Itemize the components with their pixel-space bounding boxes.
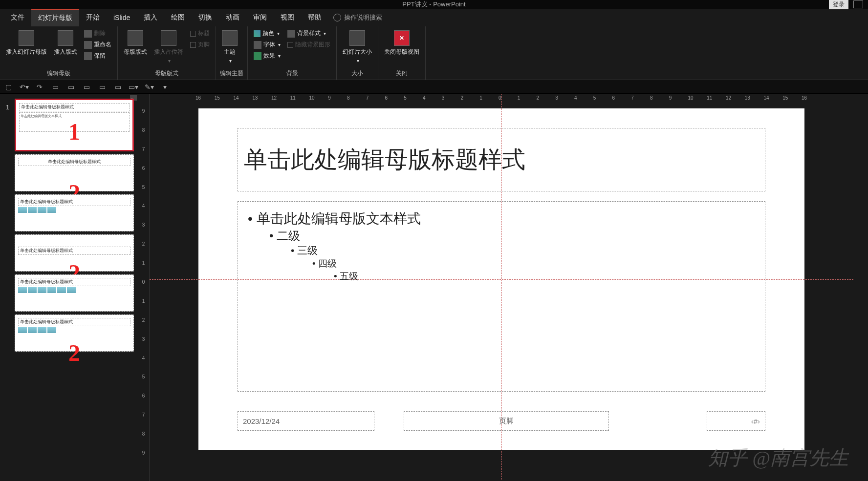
qat-icon-7[interactable]: ▭ bbox=[98, 83, 107, 91]
preserve-icon bbox=[84, 52, 92, 60]
insert-placeholder-label: 插入占位符 bbox=[154, 48, 183, 56]
thumb-title: 单击此处编辑母版标题样式 bbox=[18, 278, 130, 286]
menu-transitions[interactable]: 切换 bbox=[192, 9, 219, 26]
fonts-button[interactable]: 字体▾ bbox=[252, 40, 282, 50]
delete-button: 删除 bbox=[82, 28, 113, 39]
effects-button[interactable]: 效果▾ bbox=[252, 51, 282, 61]
insert-layout-button[interactable]: 插入版式 bbox=[52, 28, 79, 58]
rename-button[interactable]: 重命名 bbox=[82, 40, 113, 50]
ribbon-group-edit-master: 插入幻灯片母版 插入版式 删除 重命名 保留 编辑母版 bbox=[0, 26, 118, 80]
slide-editor[interactable]: 1615141312111098765432101234567891011121… bbox=[150, 94, 868, 481]
chevron-down-icon: ▾ bbox=[278, 53, 281, 59]
title-cb-label: 标题 bbox=[198, 29, 210, 38]
checkbox-icon bbox=[190, 31, 196, 37]
body-placeholder[interactable]: 单击此处编辑母版文本样式 二级 三级 四级 五级 bbox=[238, 201, 765, 392]
slide-size-button[interactable]: 幻灯片大小 ▾ bbox=[341, 28, 374, 65]
qat-icon-5[interactable]: ▭ bbox=[66, 83, 75, 91]
insert-layout-label: 插入版式 bbox=[54, 48, 77, 56]
master-thumbnail[interactable]: 1 单击此处编辑母版标题样式 单击此处编辑母版文本样式 1 bbox=[4, 99, 134, 151]
insert-placeholder-button[interactable]: 插入占位符 ▾ bbox=[152, 28, 185, 65]
quick-access-toolbar: ▢ ↶▾ ↷ ▭ ▭ ▭ ▭ ▭ ▭▾ ✎▾ ▾ bbox=[0, 80, 868, 94]
body-level-2: 二级 bbox=[269, 228, 755, 244]
ribbon: 插入幻灯片母版 插入版式 删除 重命名 保留 编辑母版 母版版式 插入占位符 bbox=[0, 26, 868, 80]
layout-thumbnail[interactable]: 单击此处编辑母版标题样式 2 bbox=[15, 234, 134, 272]
ribbon-group-background: 颜色▾ 字体▾ 效果▾ 背景样式▾ 隐藏背景图形 背景 bbox=[248, 26, 337, 80]
body-level-3: 三级 bbox=[291, 244, 755, 257]
footers-cb-label: 页脚 bbox=[198, 41, 210, 49]
body-level-1: 单击此处编辑母版文本样式 bbox=[248, 209, 755, 228]
body-level-5: 五级 bbox=[334, 270, 755, 283]
master-layout-icon bbox=[128, 30, 143, 46]
layout-thumbnail[interactable]: 单击此处编辑母版标题样式 2 bbox=[15, 314, 134, 352]
save-icon[interactable]: ▢ bbox=[4, 83, 13, 91]
rename-icon bbox=[84, 41, 92, 49]
thumbnail-panel[interactable]: ▴ 1 单击此处编辑母版标题样式 单击此处编辑母版文本样式 1 单击此处编辑母版… bbox=[0, 94, 138, 481]
layout-icon bbox=[58, 30, 73, 46]
qat-customize-icon[interactable]: ▾ bbox=[160, 83, 169, 91]
close-master-view-button[interactable]: ✕ 关闭母版视图 bbox=[382, 28, 421, 58]
ribbon-group-edit-theme: 主题 ▾ 编辑主题 bbox=[216, 26, 248, 80]
undo-icon[interactable]: ↶▾ bbox=[20, 83, 28, 91]
menu-file[interactable]: 文件 bbox=[4, 9, 31, 26]
date-placeholder[interactable]: 2023/12/24 bbox=[238, 411, 374, 431]
main-area: ▴ 1 单击此处编辑母版标题样式 单击此处编辑母版文本样式 1 单击此处编辑母版… bbox=[0, 94, 868, 481]
tell-me-search[interactable]: 操作说明搜索 bbox=[333, 13, 382, 22]
ribbon-group-size: 幻灯片大小 ▾ 大小 bbox=[337, 26, 378, 80]
bulb-icon bbox=[333, 14, 341, 21]
menu-review[interactable]: 审阅 bbox=[246, 9, 274, 26]
date-text: 2023/12/24 bbox=[243, 417, 280, 425]
layout-thumbnail[interactable]: 单击此处编辑母版标题样式 bbox=[15, 194, 134, 231]
login-button[interactable]: 登录 bbox=[829, 0, 848, 9]
menu-insert[interactable]: 插入 bbox=[137, 9, 164, 26]
qat-icon-8[interactable]: ▭ bbox=[113, 83, 122, 91]
preserve-button[interactable]: 保留 bbox=[82, 51, 113, 61]
menu-help[interactable]: 帮助 bbox=[301, 9, 328, 26]
effects-label: 效果 bbox=[263, 52, 275, 60]
master-layout-button[interactable]: 母版版式 bbox=[122, 28, 149, 58]
rename-label: 重命名 bbox=[94, 41, 111, 49]
window-maximize-icon[interactable] bbox=[853, 0, 863, 8]
delete-label: 删除 bbox=[94, 29, 106, 38]
menu-animations[interactable]: 动画 bbox=[219, 9, 246, 26]
qat-icon-9[interactable]: ▭▾ bbox=[129, 83, 138, 91]
qat-icon-6[interactable]: ▭ bbox=[82, 83, 91, 91]
layout-thumbnail[interactable]: 单击此处编辑母版标题样式 bbox=[15, 274, 134, 312]
insert-slide-master-button[interactable]: 插入幻灯片母版 bbox=[4, 28, 49, 58]
title-text: 单击此处编辑母版标题样式 bbox=[244, 144, 525, 175]
hide-bg-graphics-label: 隐藏背景图形 bbox=[295, 41, 330, 49]
redo-icon[interactable]: ↷ bbox=[35, 83, 44, 91]
footer-placeholder[interactable]: 页脚 bbox=[404, 411, 609, 431]
chevron-down-icon: ▾ bbox=[277, 31, 280, 36]
pagenum-text: ‹#› bbox=[751, 417, 760, 425]
layout-thumbnail[interactable]: 单击此处编辑母版标题样式 2 bbox=[15, 154, 134, 191]
bg-styles-icon bbox=[287, 30, 295, 38]
thumb-body bbox=[18, 287, 130, 293]
watermark: 知乎 @南宫先生 bbox=[708, 444, 848, 471]
menu-slide-master[interactable]: 幻灯片母版 bbox=[31, 9, 79, 26]
annotation-overlay: 1 bbox=[68, 118, 80, 145]
master-layout-label: 母版版式 bbox=[124, 48, 147, 56]
thumb-body bbox=[18, 207, 130, 213]
title-placeholder[interactable]: 单击此处编辑母版标题样式 bbox=[238, 128, 765, 191]
menu-draw[interactable]: 绘图 bbox=[164, 9, 192, 26]
master-number: 1 bbox=[6, 104, 9, 111]
qat-icon-10[interactable]: ✎▾ bbox=[145, 83, 153, 91]
ribbon-group-master-layout: 母版版式 插入占位符 ▾ 标题 页脚 母版版式 bbox=[118, 26, 216, 80]
pagenum-placeholder[interactable]: ‹#› bbox=[707, 411, 765, 431]
thumb-title: 单击此处编辑母版标题样式 bbox=[19, 103, 130, 111]
slide-size-label: 幻灯片大小 bbox=[343, 48, 372, 56]
colors-button[interactable]: 颜色▾ bbox=[252, 28, 282, 39]
fonts-label: 字体 bbox=[263, 41, 275, 49]
menu-view[interactable]: 视图 bbox=[274, 9, 301, 26]
bg-styles-button[interactable]: 背景样式▾ bbox=[285, 28, 332, 39]
slide-size-icon bbox=[349, 30, 365, 46]
themes-button[interactable]: 主题 ▾ bbox=[220, 28, 239, 65]
from-beginning-icon[interactable]: ▭ bbox=[51, 83, 60, 91]
slide-canvas[interactable]: 单击此处编辑母版标题样式 单击此处编辑母版文本样式 二级 三级 四级 五级 20… bbox=[198, 108, 804, 450]
menu-home[interactable]: 开始 bbox=[79, 9, 107, 26]
menu-islide[interactable]: iSlide bbox=[107, 10, 137, 25]
chevron-down-icon: ▾ bbox=[357, 58, 359, 63]
colors-label: 颜色 bbox=[262, 29, 274, 38]
colors-icon bbox=[254, 30, 260, 37]
title-checkbox: 标题 bbox=[188, 28, 212, 39]
